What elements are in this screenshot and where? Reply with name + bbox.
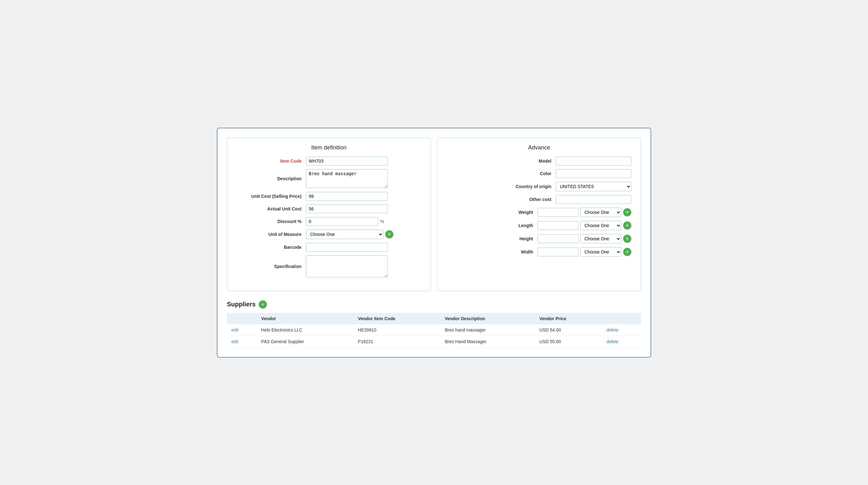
- description-input[interactable]: Breo hand massager: [306, 169, 388, 188]
- height-unit-select[interactable]: Choose One cm mm in ft: [580, 234, 621, 244]
- discount-input[interactable]: [306, 217, 378, 226]
- row2-price-cell: USD 55.00: [535, 335, 602, 347]
- suppliers-section: Suppliers + Vendor Vendor Item Code Vend…: [227, 300, 641, 348]
- discount-label: Discount %: [237, 219, 306, 224]
- description-row: Description Breo hand massager: [237, 169, 421, 188]
- height-row: Height Choose One cm mm in ft +: [447, 234, 631, 244]
- item-code-label: Item Code: [237, 159, 306, 164]
- col-header-vendor-item-code: Vendor Item Code: [353, 313, 440, 324]
- weight-input[interactable]: [537, 208, 579, 217]
- item-code-row: Item Code: [237, 157, 421, 165]
- length-row: Length Choose One cm mm in ft +: [447, 221, 631, 230]
- weight-unit-select[interactable]: Choose One kg g lb oz: [580, 207, 621, 217]
- suppliers-table-header-row: Vendor Vendor Item Code Vendor Descripti…: [227, 313, 641, 324]
- discount-input-group: %: [306, 217, 384, 226]
- barcode-row: Barcode: [237, 243, 421, 252]
- percent-sign: %: [380, 219, 384, 224]
- item-definition-panel: Item definition Item Code Description Br…: [227, 138, 431, 291]
- length-input[interactable]: [537, 221, 579, 230]
- row1-description-cell: Breo hand massager: [440, 324, 535, 336]
- advance-panel: Advance Model Color Country of origin UN…: [437, 138, 641, 291]
- row1-price-cell: USD 54.00: [535, 324, 602, 336]
- row1-delete-link[interactable]: delete: [607, 327, 618, 332]
- width-label: Width: [474, 250, 537, 254]
- country-select[interactable]: UNITED STATES CHINA JAPAN GERMANY OTHER: [556, 182, 631, 191]
- width-unit-select[interactable]: Choose One cm mm in ft: [580, 247, 621, 257]
- uom-row: Unit of Measure Choose One Each Box Piec…: [237, 230, 421, 239]
- actual-unit-cost-label: Actual Unit Cost: [237, 206, 306, 212]
- suppliers-title: Suppliers: [227, 301, 255, 308]
- height-add-button[interactable]: +: [623, 235, 631, 243]
- barcode-input[interactable]: [306, 243, 388, 252]
- unit-cost-input[interactable]: [306, 192, 388, 201]
- width-input[interactable]: [537, 248, 579, 256]
- item-code-input[interactable]: [306, 157, 388, 165]
- weight-row: Weight Choose One kg g lb oz +: [447, 207, 631, 217]
- uom-add-button[interactable]: +: [385, 230, 394, 238]
- row2-edit-cell: edit: [227, 335, 257, 347]
- color-label: Color: [493, 171, 556, 176]
- length-label: Length: [474, 223, 537, 228]
- row2-delete-cell: delete: [602, 335, 641, 347]
- length-unit-select[interactable]: Choose One cm mm in ft: [580, 221, 621, 230]
- row1-item-code-cell: HE39810: [353, 324, 440, 336]
- advance-title: Advance: [447, 144, 631, 151]
- length-input-group: Choose One cm mm in ft +: [537, 221, 631, 230]
- col-header-vendor: Vendor: [257, 313, 354, 324]
- width-row: Width Choose One cm mm in ft +: [447, 247, 631, 257]
- suppliers-table-head: Vendor Vendor Item Code Vendor Descripti…: [227, 313, 641, 324]
- model-label: Model: [493, 159, 556, 164]
- color-row: Color: [447, 169, 631, 178]
- row2-vendor-cell: PAS General Supplier: [257, 335, 354, 347]
- weight-label: Weight: [474, 210, 537, 215]
- main-container: Item definition Item Code Description Br…: [217, 128, 651, 358]
- length-add-button[interactable]: +: [623, 221, 631, 230]
- weight-input-group: Choose One kg g lb oz +: [537, 207, 631, 217]
- barcode-label: Barcode: [237, 245, 306, 250]
- col-header-vendor-description: Vendor Description: [440, 313, 535, 324]
- specification-input[interactable]: [306, 255, 388, 278]
- table-row: edit PAS General Supplier P18231 Breo Ha…: [227, 335, 641, 347]
- row1-delete-cell: delete: [602, 324, 641, 336]
- height-input[interactable]: [537, 234, 579, 243]
- other-cost-input[interactable]: [556, 195, 631, 204]
- other-cost-row: Other cost: [447, 195, 631, 204]
- country-row: Country of origin UNITED STATES CHINA JA…: [447, 182, 631, 191]
- unit-cost-row: Unit Cost (Selling Price): [237, 192, 421, 201]
- row1-edit-link[interactable]: edit: [231, 327, 239, 332]
- model-row: Model: [447, 157, 631, 165]
- height-input-group: Choose One cm mm in ft +: [537, 234, 631, 244]
- country-label: Country of origin: [493, 184, 556, 189]
- uom-input-group: Choose One Each Box Piece +: [306, 230, 394, 239]
- row2-description-cell: Breo Hand Massager: [440, 335, 535, 347]
- description-label: Description: [237, 176, 306, 181]
- row1-vendor-cell: Helo Electronics LLC: [257, 324, 354, 336]
- specification-row: Specification: [237, 255, 421, 278]
- weight-add-button[interactable]: +: [623, 208, 631, 216]
- discount-row: Discount % %: [237, 217, 421, 226]
- actual-unit-cost-row: Actual Unit Cost: [237, 204, 421, 213]
- row1-edit-cell: edit: [227, 324, 257, 336]
- model-input[interactable]: [556, 157, 631, 165]
- suppliers-table-body: edit Helo Electronics LLC HE39810 Breo h…: [227, 324, 641, 348]
- suppliers-table: Vendor Vendor Item Code Vendor Descripti…: [227, 313, 641, 348]
- col-header-vendor-price: Vendor Price: [535, 313, 602, 324]
- row2-edit-link[interactable]: edit: [231, 339, 239, 344]
- col-header-actions: [227, 313, 257, 324]
- item-definition-title: Item definition: [237, 144, 421, 151]
- width-input-group: Choose One cm mm in ft +: [537, 247, 631, 257]
- col-header-delete: [602, 313, 641, 324]
- width-add-button[interactable]: +: [623, 248, 631, 256]
- row2-item-code-cell: P18231: [353, 335, 440, 347]
- unit-cost-label: Unit Cost (Selling Price): [237, 194, 306, 199]
- row2-delete-link[interactable]: delete: [607, 339, 618, 344]
- uom-select[interactable]: Choose One Each Box Piece: [306, 230, 383, 239]
- top-section: Item definition Item Code Description Br…: [227, 138, 641, 291]
- other-cost-label: Other cost: [493, 197, 556, 202]
- color-input[interactable]: [556, 169, 631, 178]
- suppliers-add-button[interactable]: +: [259, 300, 267, 309]
- uom-label: Unit of Measure: [237, 232, 306, 237]
- suppliers-header: Suppliers +: [227, 300, 641, 309]
- specification-label: Specification: [237, 264, 306, 269]
- actual-unit-cost-input[interactable]: [306, 204, 388, 213]
